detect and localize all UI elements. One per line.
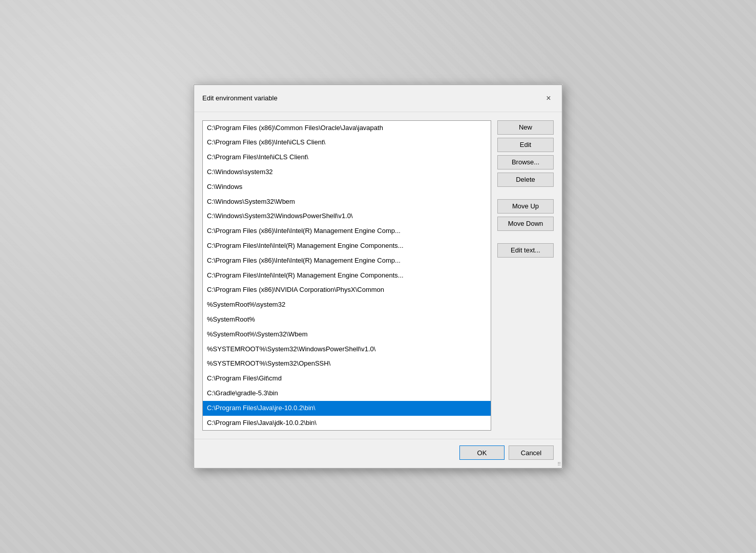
list-item[interactable]: %SystemRoot%\system32 [203, 297, 491, 312]
list-item[interactable]: C:\Program Files\Intel\Intel(R) Manageme… [203, 268, 491, 283]
list-item[interactable]: C:\Windows\System32\WindowsPowerShell\v1… [203, 209, 491, 224]
new-button[interactable]: New [497, 120, 554, 135]
list-item[interactable]: C:\Windows\system32 [203, 165, 491, 180]
buttons-panel: New Edit Browse... Delete Move Up Move D… [497, 120, 554, 431]
dialog-title: Edit environment variable [202, 94, 278, 102]
list-item[interactable]: C:\Program Files (x86)\NVIDIA Corporatio… [203, 283, 491, 297]
list-item[interactable]: C:\Windows [203, 180, 491, 195]
list-item[interactable]: C:\Program Files (x86)\Intel\Intel(R) Ma… [203, 224, 491, 239]
ok-button[interactable]: OK [459, 445, 505, 460]
list-item[interactable]: C:\Gradle\gradle-5.3\bin [203, 386, 491, 401]
list-item[interactable]: C:\Program Files\Intel\Intel(R) Manageme… [203, 239, 491, 253]
button-spacer-1 [497, 190, 554, 196]
list-item[interactable]: C:\Program Files (x86)\Common Files\Orac… [203, 121, 491, 136]
delete-button[interactable]: Delete [497, 173, 554, 187]
browse-button[interactable]: Browse... [497, 155, 554, 169]
resize-indicator: ⠿ [557, 462, 561, 467]
edit-env-var-dialog: Edit environment variable × C:\Program F… [194, 84, 562, 469]
list-item[interactable]: %SystemRoot%\System32\Wbem [203, 327, 491, 342]
list-item[interactable]: %SYSTEMROOT%\System32\OpenSSH\ [203, 356, 491, 371]
list-item[interactable]: C:\Program Files (x86)\Intel\Intel(R) Ma… [203, 253, 491, 268]
list-item[interactable]: C:\Program Files\Git\cmd [203, 371, 491, 386]
list-item[interactable]: C:\Program Files\Intel\iCLS Client\ [203, 150, 491, 165]
env-var-list[interactable]: C:\Program Files (x86)\Common Files\Orac… [202, 120, 491, 431]
list-item[interactable]: C:\Program Files (x86)\Intel\iCLS Client… [203, 135, 491, 150]
list-item[interactable]: %SYSTEMROOT%\System32\WindowsPowerShell\… [203, 342, 491, 357]
list-item[interactable]: C:\Windows\System32\Wbem [203, 195, 491, 209]
edit-button[interactable]: Edit [497, 138, 554, 152]
list-item[interactable]: C:\Program Files\Java\jdk-10.0.2\bin\ [203, 416, 491, 431]
close-button[interactable]: × [541, 91, 556, 105]
title-bar: Edit environment variable × [194, 85, 562, 112]
edit-text-button[interactable]: Edit text... [497, 243, 554, 258]
list-item[interactable]: %SystemRoot% [203, 312, 491, 327]
dialog-content: C:\Program Files (x86)\Common Files\Orac… [194, 112, 562, 439]
list-item[interactable]: C:\Program Files\Java\jre-10.0.2\bin\ [203, 401, 491, 416]
cancel-button[interactable]: Cancel [509, 445, 554, 460]
move-up-button[interactable]: Move Up [497, 199, 554, 214]
move-down-button[interactable]: Move Down [497, 217, 554, 231]
button-spacer-2 [497, 234, 554, 240]
dialog-footer: OK Cancel [194, 439, 562, 468]
